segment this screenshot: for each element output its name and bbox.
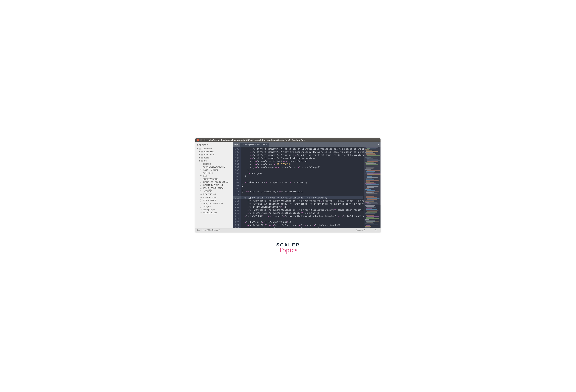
tree-label: CODE_OF_CONDUCT.md xyxy=(203,181,228,183)
sidebar-file[interactable]: LICENSE xyxy=(195,190,232,193)
file-icon xyxy=(200,178,202,180)
chevron-right-icon xyxy=(200,157,200,158)
sidebar-file[interactable]: <>CONTRIBUTING.md xyxy=(195,184,232,187)
file-type-icon: <> xyxy=(200,181,202,183)
watermark: SCALER Topics xyxy=(276,242,300,254)
titlebar: ~/dev/tensorflow/tensorflow/compiler/jit… xyxy=(195,138,380,142)
file-type-icon: /* xyxy=(200,202,202,205)
editor-area: ◀ ▶ xla_compilation_cache.cc × ▾ 1961971… xyxy=(233,142,380,228)
status-position: Line 212, Column 8 xyxy=(202,229,220,231)
sidebar-file[interactable]: <>ISSUE_TEMPLATE.md xyxy=(195,187,232,190)
tree-label: ADOPTERS.md xyxy=(203,169,218,171)
sidebar-file[interactable]: configure xyxy=(195,205,232,208)
tree-label: README.md xyxy=(203,193,216,196)
chevron-right-icon xyxy=(200,160,200,161)
tab-next-icon[interactable]: ▶ xyxy=(236,143,238,146)
tree-label: RELEASE.md xyxy=(203,196,217,199)
sidebar-folder[interactable]: util xyxy=(195,159,232,162)
folder-icon xyxy=(201,151,203,153)
tree-label: ISSUE_TEMPLATE.md xyxy=(203,187,225,189)
file-type-icon: <> xyxy=(200,193,202,195)
svg-rect-0 xyxy=(198,229,200,231)
window-title: ~/dev/tensorflow/tensorflow/compiler/jit… xyxy=(207,139,305,141)
file-icon xyxy=(200,172,202,174)
tab-active[interactable]: xla_compilation_cache.cc × xyxy=(240,143,269,147)
sidebar-file[interactable]: .gitignore xyxy=(195,162,232,165)
chevron-right-icon xyxy=(200,151,200,152)
folder-icon xyxy=(201,157,203,159)
statusbar: Line 212, Column 8 Spaces: 2 C++ xyxy=(195,228,380,232)
panel-icon[interactable] xyxy=(197,229,200,231)
sidebar-file[interactable]: /*models.BUILD xyxy=(195,211,232,214)
tree-label: models.BUILD xyxy=(203,211,217,214)
sidebar-file[interactable]: ACKNOWLEDGMENTS xyxy=(195,165,232,168)
tree-label: util xyxy=(204,160,207,162)
tab-close-icon[interactable]: × xyxy=(266,143,267,146)
file-icon xyxy=(200,206,202,208)
file-type-icon: <> xyxy=(200,169,202,171)
sidebar-file[interactable]: /*arm_compiler.BUILD xyxy=(195,202,232,205)
tree-label: tensorflow xyxy=(202,148,212,150)
window-body: FOLDERS tensorflow tensorflowthird_party… xyxy=(195,142,380,228)
sidebar-file[interactable]: WORKSPACE xyxy=(195,199,232,202)
file-icon xyxy=(200,200,202,202)
tree-label: configure.py xyxy=(203,209,215,211)
status-spaces[interactable]: Spaces: 2 xyxy=(356,229,365,231)
file-icon xyxy=(200,163,202,165)
sidebar-folder[interactable]: third_party xyxy=(195,153,232,156)
window-buttons xyxy=(197,139,206,141)
minimap[interactable] xyxy=(364,147,380,228)
file-icon xyxy=(200,166,202,168)
tab-strip: ◀ ▶ xla_compilation_cache.cc × ▾ xyxy=(233,142,380,147)
sidebar[interactable]: FOLDERS tensorflow tensorflowthird_party… xyxy=(195,142,233,228)
editor[interactable]: 1961971981992002012022032042052062072082… xyxy=(233,147,380,228)
tree-label: .gitignore xyxy=(203,163,211,165)
sidebar-file[interactable]: /*BUILD xyxy=(195,175,232,178)
sublime-window: ~/dev/tensorflow/tensorflow/compiler/jit… xyxy=(195,138,380,232)
status-language[interactable]: C++ xyxy=(374,229,378,231)
chevron-down-icon xyxy=(197,148,198,149)
sidebar-file[interactable]: <>RELEASE.md xyxy=(195,196,232,199)
file-type-icon: /* xyxy=(200,209,202,211)
tree-label: CODEOWNERS xyxy=(203,178,218,180)
sidebar-title: FOLDERS xyxy=(195,143,232,147)
tab-prev-icon[interactable]: ◀ xyxy=(234,143,236,146)
tree-label: LICENSE xyxy=(203,190,212,192)
sidebar-root[interactable]: tensorflow xyxy=(195,147,232,150)
sidebar-file[interactable]: /*configure.py xyxy=(195,208,232,211)
sidebar-file[interactable]: <>CODE_OF_CONDUCT.md xyxy=(195,181,232,184)
tree-label: arm_compiler.BUILD xyxy=(203,202,223,205)
minimize-icon[interactable] xyxy=(200,139,202,141)
sidebar-file[interactable]: AUTHORS xyxy=(195,172,232,175)
tree-label: WORKSPACE xyxy=(203,199,216,202)
close-icon[interactable] xyxy=(197,139,199,141)
tab-overflow-icon[interactable]: ▾ xyxy=(376,142,380,147)
file-type-icon: <> xyxy=(200,184,202,186)
tree-label: configure xyxy=(203,205,211,208)
tree-label: CONTRIBUTING.md xyxy=(203,184,223,186)
tree-label: BUILD xyxy=(203,175,209,177)
sidebar-file[interactable]: CODEOWNERS xyxy=(195,178,232,181)
file-type-icon: /* xyxy=(200,211,202,214)
file-type-icon: /* xyxy=(200,175,202,177)
tree-label: tools xyxy=(204,157,209,159)
sidebar-file[interactable]: <>README.md xyxy=(195,193,232,196)
folder-open-icon xyxy=(199,148,202,150)
watermark-line2: Topics xyxy=(276,246,300,254)
tree-label: AUTHORS xyxy=(203,172,213,174)
sidebar-folder[interactable]: tools xyxy=(195,156,232,159)
sidebar-file[interactable]: <>ADOPTERS.md xyxy=(195,168,232,172)
file-type-icon: <> xyxy=(200,196,202,198)
folder-icon xyxy=(201,160,203,162)
code-view[interactable]: =="c-str">"c-comment">// The values of u… xyxy=(241,147,364,228)
tree-label: third_party xyxy=(204,153,214,156)
tree-label: tensorflow xyxy=(204,151,214,153)
tree-label: ACKNOWLEDGMENTS xyxy=(203,166,225,168)
tab-label: xla_compilation_cache.cc xyxy=(242,144,265,146)
file-icon xyxy=(200,190,202,192)
chevron-right-icon xyxy=(200,154,200,155)
tab-nav: ◀ ▶ xyxy=(233,142,240,147)
maximize-icon[interactable] xyxy=(203,139,206,141)
sidebar-folder[interactable]: tensorflow xyxy=(195,150,232,153)
folder-icon xyxy=(201,154,203,156)
